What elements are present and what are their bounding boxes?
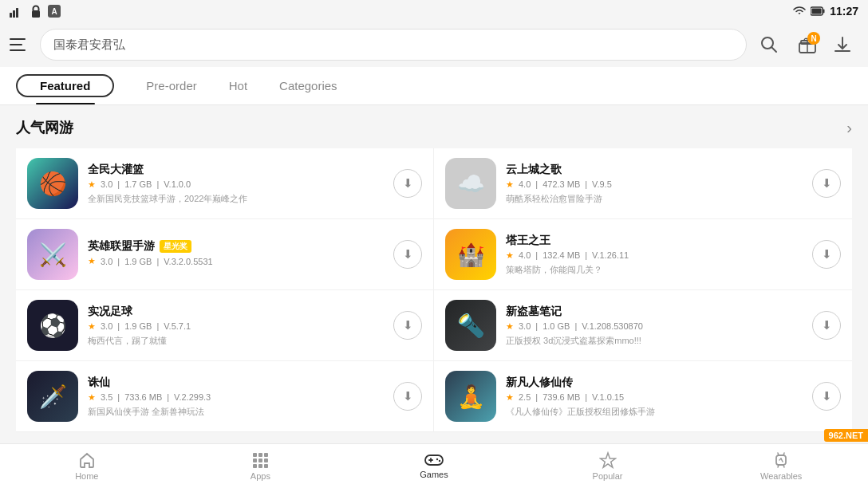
- download-game-button[interactable]: ⬇: [393, 169, 422, 198]
- svg-point-26: [439, 460, 440, 462]
- nav-item-home[interactable]: Home: [0, 444, 174, 488]
- svg-rect-7: [823, 10, 825, 14]
- game-info: 实况足球 ★ 3.0 | 1.9 GB | V.5.7.1 梅西代言，踢了就懂: [88, 305, 384, 347]
- menu-button[interactable]: [10, 33, 32, 56]
- game-version: V.3.2.0.5531: [164, 257, 212, 266]
- game-icon: ☁️: [445, 158, 496, 209]
- download-game-button[interactable]: ⬇: [812, 382, 841, 411]
- section-more-button[interactable]: ›: [846, 119, 852, 137]
- game-version: V.1.208.530870: [582, 321, 643, 331]
- game-icon: 🔦: [445, 300, 496, 351]
- svg-rect-8: [812, 9, 822, 14]
- game-rating: 3.0: [519, 321, 531, 331]
- game-desc: 萌酷系轻松治愈冒险手游: [506, 193, 803, 205]
- star-icon: ★: [88, 321, 96, 332]
- app-icon: A: [48, 5, 61, 18]
- game-item: ⚽ 实况足球 ★ 3.0 | 1.9 GB | V.5.7.1 梅西代言，踢了就…: [16, 290, 434, 361]
- game-item: 🧘 新凡人修仙传 ★ 2.5 | 739.6 MB | V.1.0.15 《凡人…: [434, 361, 852, 432]
- signal-icon: [10, 5, 24, 18]
- watermark: 962.NET: [824, 429, 868, 442]
- download-icon: [833, 35, 852, 54]
- download-icon: ⬇: [403, 318, 413, 333]
- nav-item-wearables[interactable]: Wearables: [694, 444, 868, 488]
- svg-line-33: [781, 458, 783, 462]
- download-button[interactable]: [827, 29, 858, 61]
- gift-badge: N: [807, 32, 820, 45]
- section-header: 人气网游 ›: [16, 118, 852, 137]
- download-icon: ⬇: [822, 318, 832, 333]
- game-rating: 4.0: [519, 250, 531, 260]
- download-game-button[interactable]: ⬇: [393, 311, 422, 340]
- game-info: 云上城之歌 ★ 4.0 | 472.3 MB | V.9.5 萌酷系轻松治愈冒险…: [506, 163, 803, 205]
- download-icon: ⬇: [822, 176, 832, 191]
- tab-preorder[interactable]: Pre-order: [146, 67, 196, 104]
- nav-item-games[interactable]: Games: [347, 444, 521, 488]
- status-time: 11:27: [830, 5, 858, 18]
- search-button[interactable]: [755, 30, 783, 59]
- game-meta: ★ 4.0 | 132.4 MB | V.1.26.11: [506, 250, 803, 261]
- star-icon: ★: [506, 250, 514, 261]
- search-bar[interactable]: 国泰君安君弘: [40, 29, 747, 61]
- star-icon: ★: [88, 392, 96, 403]
- game-name: 实况足球: [88, 305, 132, 319]
- game-icon: 🏰: [445, 229, 496, 280]
- svg-rect-20: [258, 464, 262, 468]
- star-icon: ★: [506, 321, 514, 332]
- game-size: 472.3 MB: [542, 179, 580, 189]
- game-version: V.1.0.15: [592, 392, 624, 402]
- game-desc: 《凡人修仙传》正版授权组团修炼手游: [506, 406, 803, 418]
- download-icon: ⬇: [403, 247, 413, 262]
- game-item: 🗡️ 诛仙 ★ 3.5 | 733.6 MB | V.2.299.3 新国风仙侠…: [16, 361, 434, 432]
- game-name-row: 塔王之王: [506, 234, 803, 248]
- section-title: 人气网游: [16, 118, 73, 137]
- game-size: 1.9 GB: [124, 321, 152, 331]
- tab-hot[interactable]: Hot: [229, 67, 247, 104]
- search-icon: [760, 36, 778, 53]
- download-game-button[interactable]: ⬇: [393, 382, 422, 411]
- star-icon: ★: [88, 256, 96, 266]
- download-game-button[interactable]: ⬇: [812, 311, 841, 340]
- game-size: 1.0 GB: [542, 321, 570, 331]
- download-icon: ⬇: [403, 389, 413, 403]
- tab-categories[interactable]: Categories: [279, 67, 337, 104]
- main-content: 人气网游 › 🏀 全民大灌篮 ★ 3.0 | 1.7 GB | V.1.0.0 …: [0, 105, 868, 443]
- game-info: 新凡人修仙传 ★ 2.5 | 739.6 MB | V.1.0.15 《凡人修仙…: [506, 376, 803, 418]
- nav-label-wearables: Wearables: [760, 471, 802, 481]
- download-game-button[interactable]: ⬇: [812, 169, 841, 198]
- game-name-row: 英雄联盟手游 星光奖: [88, 239, 384, 254]
- status-bar: A 11:27: [0, 0, 868, 22]
- game-version: V.1.26.11: [592, 250, 629, 260]
- battery-icon: [811, 6, 825, 17]
- game-meta: ★ 3.0 | 1.7 GB | V.1.0.0: [88, 179, 384, 190]
- nav-icon-wearables: [772, 451, 790, 469]
- game-meta: ★ 3.0 | 1.9 GB | V.3.2.0.5531: [88, 256, 384, 266]
- nav-item-popular[interactable]: Popular: [521, 444, 695, 488]
- svg-rect-15: [264, 453, 268, 457]
- game-rating: 2.5: [519, 392, 531, 402]
- game-desc: 新国风仙侠手游 全新兽神玩法: [88, 406, 384, 418]
- svg-rect-0: [10, 13, 12, 18]
- game-meta: ★ 3.5 | 733.6 MB | V.2.299.3: [88, 392, 384, 403]
- svg-rect-13: [253, 453, 257, 457]
- game-icon: ⚽: [27, 300, 78, 351]
- nav-item-apps[interactable]: Apps: [174, 444, 348, 488]
- game-info: 塔王之王 ★ 4.0 | 132.4 MB | V.1.26.11 策略塔防，你…: [506, 234, 803, 276]
- game-item: 🏰 塔王之王 ★ 4.0 | 132.4 MB | V.1.26.11 策略塔防…: [434, 219, 852, 290]
- status-icons-right: 11:27: [793, 5, 858, 18]
- svg-line-10: [771, 47, 776, 52]
- game-meta: ★ 4.0 | 472.3 MB | V.9.5: [506, 179, 803, 190]
- game-size: 132.4 MB: [542, 250, 580, 260]
- svg-rect-19: [253, 464, 257, 468]
- game-desc: 全新国民竞技篮球手游，2022年巅峰之作: [88, 193, 384, 205]
- game-name-row: 新盗墓笔记: [506, 305, 803, 319]
- gift-button[interactable]: N: [791, 29, 823, 61]
- game-item: 🏀 全民大灌篮 ★ 3.0 | 1.7 GB | V.1.0.0 全新国民竞技篮…: [16, 148, 434, 219]
- game-rating: 3.5: [101, 392, 112, 402]
- download-game-button[interactable]: ⬇: [393, 240, 422, 269]
- game-version: V.5.7.1: [164, 321, 191, 331]
- game-grid: 🏀 全民大灌篮 ★ 3.0 | 1.7 GB | V.1.0.0 全新国民竞技篮…: [16, 148, 852, 432]
- svg-rect-27: [776, 455, 786, 465]
- tab-featured[interactable]: Featured: [16, 67, 114, 104]
- download-game-button[interactable]: ⬇: [812, 240, 841, 269]
- download-icon: ⬇: [403, 176, 413, 191]
